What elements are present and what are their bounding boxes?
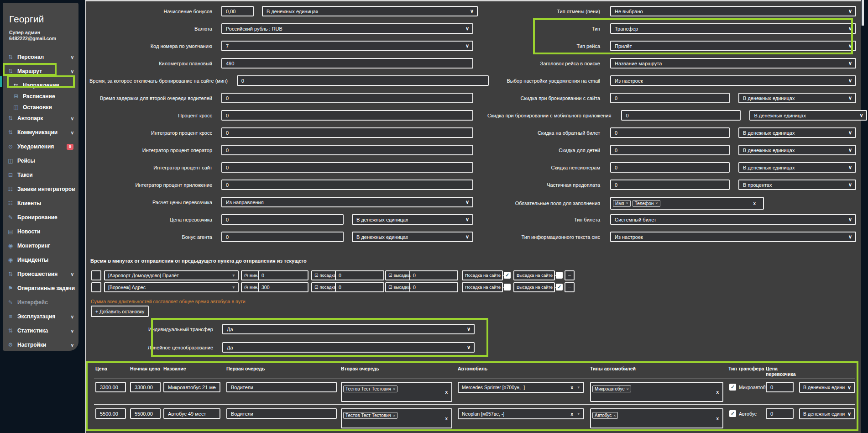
text-input[interactable] [221,127,473,138]
transfer-type-checkbox[interactable]: ✓ [729,410,736,417]
alighting-field-value[interactable]: 0 [410,283,457,291]
tag[interactable]: Автобус× [592,412,618,419]
price-input[interactable] [95,382,126,392]
name-input[interactable] [163,382,220,392]
site-alighting-checkbox[interactable]: ✓ [556,284,563,290]
dropdown-select[interactable]: Не выбрано∨ [610,6,856,16]
clear-icon[interactable]: x [570,385,573,390]
vehicle-types-multiselect[interactable]: Автобус×x [590,408,723,428]
text-input[interactable] [610,162,730,173]
dropdown-select[interactable]: Российский рубль : RUB∨ [221,23,473,34]
text-input[interactable] [621,110,741,121]
sidebar-item-personnel[interactable]: ⇅Персонал∨ [7,52,75,62]
sidebar-item-operational-tasks[interactable]: ⚑Оперативные задачи [7,283,75,293]
sidebar-item-statistics[interactable]: ⇅Статистика∨ [7,326,75,336]
tag-remove-icon[interactable]: × [626,201,628,206]
remove-stop-button[interactable]: − [565,270,575,280]
dropdown-select[interactable]: Прилёт∨ [610,41,856,51]
dropdown-select[interactable]: Системный билет∨ [610,214,856,225]
second-queue-multiselect[interactable]: Тестов Тест Тестович×x [341,382,452,402]
sidebar-item-schedule[interactable]: ⊞Расписание [12,91,75,101]
text-input[interactable] [221,93,473,103]
dropdown-select[interactable]: Да∨ [222,324,475,334]
sidebar-item-incidents[interactable]: ◉Инциденты [7,255,75,265]
tag-remove-icon[interactable]: × [627,387,629,391]
tag[interactable]: Тестов Тест Тестович× [343,385,397,392]
vehicle-select[interactable]: Mercedes Sprinter [о700ун, -]x▾ [458,382,584,393]
text-input[interactable] [221,6,254,16]
text-input[interactable] [221,214,344,225]
scrollbar-thumb[interactable] [862,0,864,26]
text-input[interactable] [237,75,489,86]
sidebar-item-clients[interactable]: ☷Клиенты [7,198,75,208]
site-alighting-checkbox[interactable] [556,272,563,279]
dropdown-select[interactable]: Из направления∨ [221,197,473,207]
unit-select[interactable]: В денежных единицах∨ [352,214,473,225]
dropdown-select[interactable]: Из настроек∨ [610,232,856,242]
stop-point-select[interactable]: [Воронеж] Адрес▾ [104,282,239,292]
clear-icon[interactable]: x [445,416,448,421]
tag-remove-icon[interactable]: × [393,413,395,418]
text-input[interactable] [221,162,473,173]
clear-icon[interactable]: x [570,412,573,417]
sidebar-item-settings[interactable]: ⚙Настройки∨ [7,340,75,350]
alighting-field-value[interactable]: 0 [410,271,457,280]
unit-select[interactable]: В денежных единицах∨ [738,93,856,103]
add-stop-button[interactable]: + Добавить остановку [91,306,149,317]
sidebar-item-monitoring[interactable]: ◉Мониторинг [7,241,75,251]
text-input[interactable] [221,180,473,190]
dropdown-select[interactable]: Из настроек∨ [610,75,856,86]
tag-remove-icon[interactable]: × [613,413,616,418]
text-input[interactable] [221,110,473,121]
sidebar-item-integrator-requests[interactable]: ☷Заявки интеграторов [7,184,75,194]
price-input[interactable] [95,408,126,419]
second-queue-multiselect[interactable]: Тестов Тест Тестович×x [341,408,452,428]
sidebar-item-route[interactable]: ⇅Маршрут∨ [7,66,75,76]
text-input[interactable] [610,180,730,190]
stop-drag-handle[interactable] [91,282,101,292]
minutes-field-value[interactable]: 300 [259,283,308,291]
sidebar-item-booking[interactable]: ✎Бронирование [7,212,75,222]
text-input[interactable] [221,145,473,155]
text-input[interactable] [610,145,730,155]
sidebar-item-stops[interactable]: ◫Остановки [12,102,75,112]
vehicle-select[interactable]: Neoplan [м057ве, -]x▾ [458,408,584,419]
text-input[interactable] [610,93,730,103]
tag-remove-icon[interactable]: × [655,201,658,206]
carrier-price-input[interactable] [766,382,794,392]
carrier-price-unit-select[interactable]: В денежных единицах∨ [799,408,855,419]
text-input[interactable] [610,127,730,138]
tag[interactable]: Микроавтобус× [592,385,631,392]
first-queue-input[interactable] [226,382,337,392]
carrier-price-input[interactable] [766,408,794,419]
dropdown-select[interactable]: Да∨ [222,342,475,353]
sidebar-item-interface[interactable]: ✎Интерфейс [7,297,75,307]
remove-stop-button[interactable]: − [565,282,575,292]
sidebar-item-fleet[interactable]: ⇅Автопарк∨ [7,113,75,123]
dropdown-select[interactable]: Название маршрута∨ [610,58,856,69]
sidebar-item-news[interactable]: ▤Новости [7,227,75,237]
tag-remove-icon[interactable]: × [393,387,395,391]
unit-select[interactable]: В процентах∨ [738,180,856,190]
unit-select[interactable]: В денежных единицах∨ [749,110,867,121]
clear-icon[interactable]: x [753,201,756,206]
night-price-input[interactable] [130,382,161,392]
sidebar-item-directions[interactable]: ⇆Направления [12,80,75,90]
unit-select[interactable]: В денежных единицах∨ [352,232,473,242]
text-input[interactable] [221,58,473,69]
tag[interactable]: Тестов Тест Тестович× [343,412,397,419]
sidebar-item-accidents[interactable]: ⇅Происшествия∨ [7,269,75,279]
unit-select[interactable]: В денежных единицах∨ [738,127,856,138]
clear-icon[interactable]: x [445,390,448,395]
text-input[interactable] [221,232,344,242]
site-boarding-checkbox[interactable]: ✓ [504,272,511,279]
unit-select[interactable]: В денежных единицах∨ [738,162,856,173]
unit-select[interactable]: В денежных единицах∨ [738,145,856,155]
sidebar-item-trips[interactable]: ◫Рейсы [7,156,75,166]
minutes-field-value[interactable]: 0 [259,271,308,280]
night-price-input[interactable] [130,408,161,419]
name-input[interactable] [163,408,220,419]
tag[interactable]: Имя× [613,200,631,207]
first-queue-input[interactable] [226,408,337,419]
stop-drag-handle[interactable] [91,270,101,280]
